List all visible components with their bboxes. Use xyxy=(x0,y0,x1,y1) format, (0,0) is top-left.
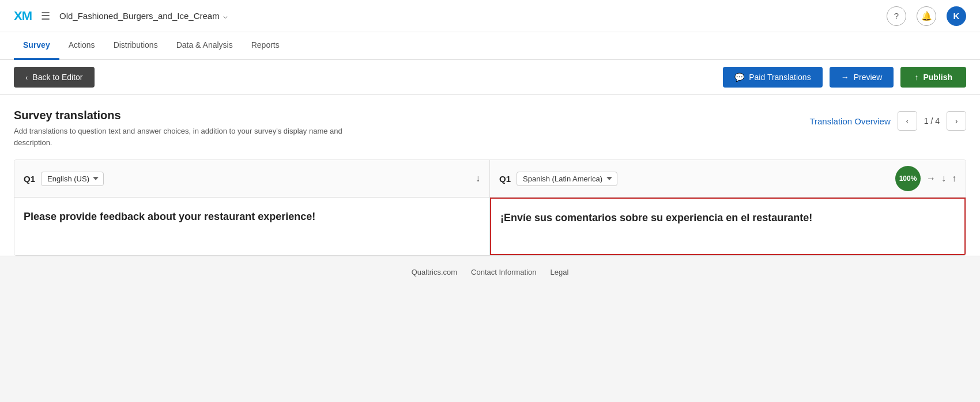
left-col-header: Q1 English (US) ↓ xyxy=(14,160,490,198)
toolbar-right: 💬 Paid Translations → Preview ↑ Publish xyxy=(723,67,966,88)
sub-nav-item-survey[interactable]: Survey xyxy=(14,32,59,60)
hamburger-icon[interactable]: ☰ xyxy=(41,10,50,22)
section-title: Survey translations xyxy=(14,109,371,122)
section-header: Survey translations Add translations to … xyxy=(14,109,966,148)
help-icon: ? xyxy=(894,11,899,21)
footer: Qualtrics.com Contact Information Legal xyxy=(0,256,980,288)
back-label: Back to Editor xyxy=(32,73,82,82)
paid-translations-button[interactable]: 💬 Paid Translations xyxy=(723,67,822,88)
sub-nav: Survey Actions Distributions Data & Anal… xyxy=(0,32,980,60)
translation-table: Q1 English (US) ↓ Q1 Spanish (Latin Amer… xyxy=(14,160,966,256)
section-right: Translation Overview ‹ 1 / 4 › xyxy=(809,111,966,131)
preview-icon: → xyxy=(841,73,849,82)
pagination: ‹ 1 / 4 › xyxy=(898,111,966,131)
survey-dropdown-chevron[interactable]: ⌵ xyxy=(223,12,228,20)
top-nav: XM ☰ Old_Fashioned_Burgers_and_Ice_Cream… xyxy=(0,0,980,32)
help-icon-button[interactable]: ? xyxy=(887,6,906,26)
sub-nav-item-data-analysis[interactable]: Data & Analysis xyxy=(167,32,242,60)
right-q-label: Q1 xyxy=(499,174,511,184)
sub-nav-item-reports[interactable]: Reports xyxy=(242,32,289,60)
sub-nav-item-actions[interactable]: Actions xyxy=(59,32,104,60)
footer-qualtrics-link[interactable]: Qualtrics.com xyxy=(412,268,457,276)
left-language-select[interactable]: English (US) xyxy=(41,172,104,186)
right-col-icons: 100% → ↓ ↑ xyxy=(895,166,956,191)
bell-icon: 🔔 xyxy=(921,11,932,21)
pagination-prev-button[interactable]: ‹ xyxy=(898,111,917,131)
nav-right-icons: ? 🔔 K xyxy=(887,6,966,26)
preview-button[interactable]: → Preview xyxy=(830,67,894,88)
pagination-next-button[interactable]: › xyxy=(947,111,966,131)
user-avatar[interactable]: K xyxy=(947,6,966,26)
translation-overview-link[interactable]: Translation Overview xyxy=(809,116,890,126)
chat-translate-icon: 💬 xyxy=(734,73,744,82)
xm-logo[interactable]: XM xyxy=(14,9,32,24)
back-to-editor-button[interactable]: ‹ Back to Editor xyxy=(14,67,95,88)
right-language-select[interactable]: Spanish (Latin America) xyxy=(517,172,617,186)
publish-icon: ↑ xyxy=(914,73,918,82)
upload-icon[interactable]: ↑ xyxy=(952,173,956,184)
download-icon[interactable]: ↓ xyxy=(941,173,946,184)
right-col-header: Q1 Spanish (Latin America) 100% → ↓ ↑ xyxy=(490,160,966,198)
survey-title[interactable]: Old_Fashioned_Burgers_and_Ice_Cream ⌵ xyxy=(59,11,228,21)
sub-nav-item-distributions[interactable]: Distributions xyxy=(104,32,167,60)
main-content: Survey translations Add translations to … xyxy=(0,95,980,256)
toolbar: ‹ Back to Editor 💬 Paid Translations → P… xyxy=(0,60,980,95)
left-col-content: Please provide feedback about your resta… xyxy=(14,198,490,255)
pagination-info: 1 / 4 xyxy=(919,116,944,126)
publish-button[interactable]: ↑ Publish xyxy=(900,67,966,88)
left-q-label: Q1 xyxy=(24,174,35,184)
footer-contact-link[interactable]: Contact Information xyxy=(471,268,536,276)
publish-label: Publish xyxy=(923,73,952,82)
completion-percent-badge: 100% xyxy=(895,166,921,191)
footer-legal-link[interactable]: Legal xyxy=(551,268,569,276)
right-col-content[interactable]: ¡Envíe sus comentarios sobre su experien… xyxy=(490,198,966,255)
survey-name-text: Old_Fashioned_Burgers_and_Ice_Cream xyxy=(59,11,220,21)
section-desc: Add translations to question text and an… xyxy=(14,126,371,148)
paid-translations-label: Paid Translations xyxy=(749,73,811,82)
left-download-icon[interactable]: ↓ xyxy=(476,173,480,184)
back-arrow-icon: ‹ xyxy=(25,73,28,82)
notifications-icon-button[interactable]: 🔔 xyxy=(917,6,936,26)
export-icon[interactable]: → xyxy=(926,173,936,184)
section-description: Survey translations Add translations to … xyxy=(14,109,371,148)
preview-label: Preview xyxy=(854,73,883,82)
